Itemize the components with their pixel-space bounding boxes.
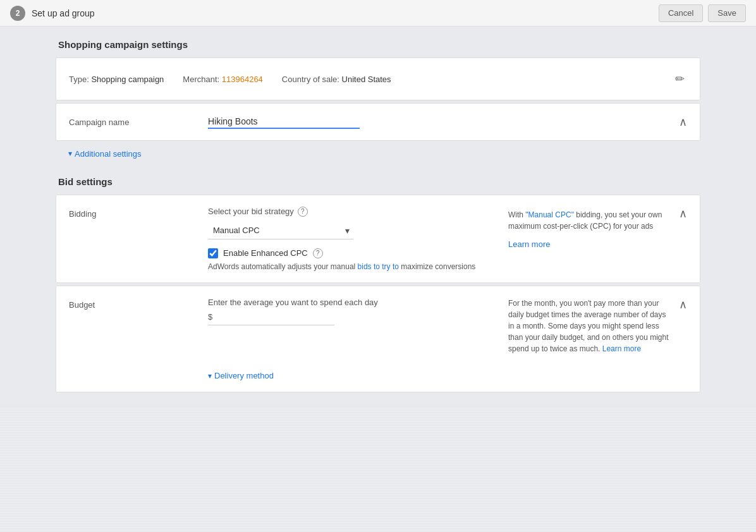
strategy-select-wrapper: Manual CPC Target ROAS Maximize Clicks ▾ [208,222,353,239]
budget-input[interactable] [216,312,317,322]
country-info: Country of sale: United States [282,75,391,84]
additional-settings-button[interactable]: ▾ Additional settings [68,149,142,159]
enhanced-cpc-row: Enable Enhanced CPC ? [208,248,496,258]
edit-campaign-button[interactable]: ✏ [673,70,687,88]
step-circle: 2 [10,6,25,21]
main-content: Shopping campaign settings Type: Shoppin… [0,27,756,408]
budget-collapse-button[interactable]: ∧ [679,298,687,311]
learn-more-link[interactable]: Learn more [508,238,673,251]
step-label: Set up ad group [32,8,95,18]
shopping-section-heading: Shopping campaign settings [56,39,700,50]
budget-label: Budget [69,298,208,310]
budget-card: Budget Enter the average you want to spe… [56,286,700,393]
enhanced-cpc-label: Enable Enhanced CPC [223,248,308,258]
bidding-collapse-button[interactable]: ∧ [679,207,687,221]
enhanced-cpc-help-icon[interactable]: ? [313,248,323,258]
budget-collapse-icon: ∧ [679,298,687,311]
section-wrapper: Shopping campaign settings Type: Shoppin… [43,39,713,392]
bid-settings-section: Bid settings Bidding Select your bid str… [56,176,700,393]
campaign-name-field [208,115,679,129]
campaign-name-label: Campaign name [69,115,208,127]
top-bar-actions: Cancel Save [659,4,746,22]
enhanced-cpc-checkbox[interactable] [208,248,218,258]
type-info: Type: Shopping campaign [69,75,164,84]
campaign-name-input[interactable] [208,115,360,129]
campaign-name-collapse-button[interactable]: ∧ [679,115,687,129]
budget-info-panel: For the month, you won't pay more than y… [508,298,673,354]
budget-hint: Enter the average you want to spend each… [208,298,496,307]
strategy-select[interactable]: Manual CPC Target ROAS Maximize Clicks [208,222,353,239]
delivery-method-label: Delivery method [214,371,274,380]
collapse-icon: ∧ [679,116,687,128]
step-indicator: 2 Set up ad group [10,6,95,21]
bidding-collapse-icon: ∧ [679,207,687,220]
bidding-controls: Select your bid strategy ? Manual CPC Ta… [208,207,496,271]
bid-strategy-label: Select your bid strategy ? [208,207,496,217]
budget-controls: Enter the average you want to spend each… [208,298,496,325]
campaign-info-row: Type: Shopping campaign Merchant: 113964… [56,58,700,100]
bidding-info-panel: With "Manual CPC" bidding, you set your … [508,207,673,251]
merchant-info: Merchant: 113964264 [183,75,263,84]
campaign-name-card: Campaign name ∧ [56,103,700,141]
top-bar: 2 Set up ad group Cancel Save [0,0,756,27]
save-button[interactable]: Save [708,4,746,22]
additional-settings-row: ▾ Additional settings [56,143,700,166]
delivery-method-row: ▾ Delivery method [56,366,700,392]
delivery-chevron-icon: ▾ [208,372,212,380]
budget-row: Budget Enter the average you want to spe… [56,286,700,366]
bidding-row: Bidding Select your bid strategy ? Manua… [56,195,700,282]
bid-section-heading: Bid settings [56,176,700,187]
bidding-card: Bidding Select your bid strategy ? Manua… [56,195,700,283]
chevron-down-icon: ▾ [68,149,72,158]
delivery-method-button[interactable]: ▾ Delivery method [208,371,274,380]
bidding-label: Bidding [69,207,208,219]
additional-settings-label: Additional settings [75,149,142,159]
dollar-sign: $ [208,312,212,322]
edit-icon: ✏ [675,73,685,85]
budget-learn-more-link[interactable]: Learn more [602,344,641,353]
adwords-note: AdWords automatically adjusts your manua… [208,262,496,271]
strategy-help-icon[interactable]: ? [298,207,308,217]
cancel-button[interactable]: Cancel [659,4,703,22]
budget-input-wrapper: $ [208,312,334,325]
campaign-name-row: Campaign name ∧ [56,104,700,140]
shopping-info-card: Type: Shopping campaign Merchant: 113964… [56,57,700,100]
